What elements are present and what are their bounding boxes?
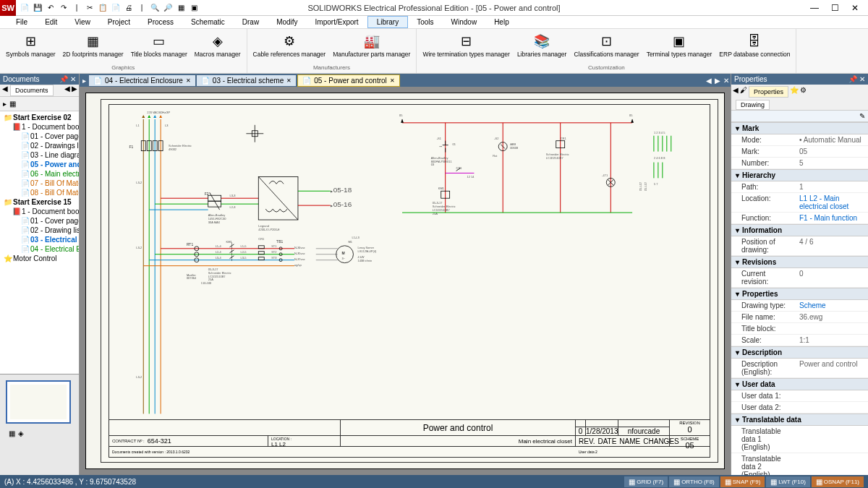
property-value[interactable]: 0 <box>796 268 868 287</box>
qat-cut-icon[interactable]: ✂ <box>84 2 95 14</box>
ribbon-manufacturer-parts-manager[interactable]: 🏭Manufacturer parts manager <box>330 30 413 64</box>
tab-close-all-icon[interactable]: ✕ <box>723 77 729 85</box>
qat-extra2-icon[interactable]: ▣ <box>188 2 200 14</box>
minimize-icon[interactable]: — <box>807 2 822 14</box>
prop-edit-icon[interactable]: ✎ <box>859 112 865 120</box>
menu-file[interactable]: File <box>7 17 36 27</box>
prop-star-icon[interactable]: ⭐ <box>790 86 799 98</box>
panel-pin-icon[interactable]: 📌 ✕ <box>59 75 76 83</box>
property-value[interactable]: Power and control <box>796 359 868 377</box>
qat-print-icon[interactable]: 🖨 <box>123 2 135 14</box>
tree-node[interactable]: 📄05 - Power and control <box>1 160 77 169</box>
tree-node[interactable]: 📄04 - Electrical Enclosure <box>1 244 77 254</box>
property-group-header[interactable]: ▾Description <box>731 346 868 359</box>
property-value[interactable]: 36.ewg <box>796 312 868 322</box>
menu-importexport[interactable]: Import/Export <box>307 17 367 27</box>
doc-tab-arrow-icon[interactable]: ▸ <box>81 77 88 85</box>
property-group-header[interactable]: ▾Hierarchy <box>731 169 868 181</box>
ribbon-terminal-types-manager[interactable]: ▣Terminal types manager <box>644 30 715 64</box>
qat-new-icon[interactable]: 📄 <box>19 2 30 14</box>
menu-edit[interactable]: Edit <box>36 17 66 27</box>
property-group-header[interactable]: ▾Properties <box>731 288 868 300</box>
menu-window[interactable]: Window <box>443 17 486 27</box>
ribbon-wire-termination-types-manager[interactable]: ⊟Wire termination types manager <box>420 30 512 64</box>
property-group-header[interactable]: ▾Information <box>731 224 868 236</box>
maximize-icon[interactable]: ☐ <box>827 2 842 14</box>
prop-gear-icon[interactable]: ⚙ <box>800 86 807 98</box>
status-toggle-snap[interactable]: ▦ SNAP (F9) <box>720 476 765 487</box>
documents-tab[interactable]: Documents <box>10 85 54 96</box>
doc-tab-close-icon[interactable]: ✕ <box>186 77 191 84</box>
menu-library[interactable]: Library <box>367 16 409 28</box>
menu-project[interactable]: Project <box>99 17 139 27</box>
menu-draw[interactable]: Draw <box>234 17 268 27</box>
prop-brush-icon[interactable]: 🖌 <box>740 86 747 98</box>
tree-node[interactable]: 📄07 - Bill Of Materials <box>1 179 77 188</box>
property-value[interactable] <box>796 453 868 475</box>
qat-extra1-icon[interactable]: ▦ <box>175 2 187 14</box>
tree-node[interactable]: 📄08 - Bill Of Materials <box>1 188 77 197</box>
doc-tab-close-icon[interactable]: ✕ <box>390 77 395 84</box>
qat-undo-icon[interactable]: ↶ <box>45 2 56 14</box>
tree-view-icon[interactable]: ▦ <box>9 100 16 108</box>
tree-node[interactable]: 📄03 - Line diagram <box>1 150 77 160</box>
drawing-canvas[interactable]: SOLIDWORKS Electrical 220 VAC/60Hz/3P <box>85 93 725 469</box>
tree-node[interactable]: 📄06 - Main electrical <box>1 169 77 179</box>
menu-tools[interactable]: Tools <box>408 17 442 27</box>
qat-find-icon[interactable]: 🔍 <box>149 2 161 14</box>
status-toggle-ortho[interactable]: ▦ ORTHO (F8) <box>669 476 719 487</box>
property-value[interactable]: 05 <box>796 146 868 157</box>
qat-paste-icon[interactable]: 📄 <box>110 2 122 14</box>
tab-nav-left-icon[interactable]: ◀ <box>64 85 70 96</box>
property-value[interactable]: F1 - Main function <box>796 213 868 223</box>
menu-schematic[interactable]: Schematic <box>182 17 234 27</box>
tree-node[interactable]: 📁Start Exercise 02 <box>1 113 77 122</box>
tab-nav-icon[interactable]: ◀ <box>706 77 712 85</box>
qat-zoom-icon[interactable]: 🔎 <box>162 2 174 14</box>
ribbon-title-blocks-manager[interactable]: ▭Title blocks manager <box>128 30 190 64</box>
menu-view[interactable]: View <box>66 17 99 27</box>
menu-modify[interactable]: Modify <box>268 17 306 27</box>
ribbon-cable-references-manager[interactable]: ⚙Cable references manager <box>250 30 329 64</box>
property-group-header[interactable]: ▾Translatable data <box>731 414 868 426</box>
document-tab[interactable]: 📄04 - Electrical Enclosure✕ <box>89 75 195 86</box>
property-value[interactable]: 4 / 6 <box>796 236 868 255</box>
qat-redo-icon[interactable]: ↷ <box>58 2 69 14</box>
property-group-header[interactable]: ▾Revisions <box>731 256 868 268</box>
qat-copy-icon[interactable]: 📋 <box>97 2 109 14</box>
tree-node[interactable]: 📕1 - Document book <box>1 207 77 216</box>
menu-process[interactable]: Process <box>139 17 182 27</box>
property-value[interactable] <box>796 402 868 413</box>
property-value[interactable]: • Automatic Manual <box>796 134 868 145</box>
tree-node[interactable]: 📄02 - Drawing list <box>1 226 77 235</box>
canvas-viewport[interactable]: SOLIDWORKS Electrical 220 VAC/60Hz/3P <box>80 87 731 475</box>
tree-node[interactable]: 📄01 - Cover page <box>1 216 77 226</box>
close-icon[interactable]: ✕ <box>848 2 862 14</box>
tree-node[interactable]: 📄03 - Electrical schematic <box>1 235 77 244</box>
tree-expand-icon[interactable]: ▸ <box>3 100 7 108</box>
property-value[interactable]: 1:1 <box>796 335 868 346</box>
ribbon-libraries-manager[interactable]: 📚Libraries manager <box>514 30 570 64</box>
property-value[interactable] <box>796 426 868 453</box>
property-value[interactable] <box>796 390 868 401</box>
ribbon-2d-footprints-manager[interactable]: ▦2D footprints manager <box>60 30 127 64</box>
tree-node[interactable]: 📕1 - Document book <box>1 122 77 132</box>
tree-node[interactable]: ⭐Motor Control <box>1 254 77 263</box>
thumb-tool1-icon[interactable]: ▦ <box>9 429 15 437</box>
drawing-subtab[interactable]: Drawing <box>736 100 770 110</box>
ribbon-classifications-manager[interactable]: ⊡Classifications manager <box>571 30 642 64</box>
property-value[interactable]: L1 L2 - Main electrical closet <box>796 193 868 212</box>
properties-tab[interactable]: Properties <box>749 86 788 98</box>
ribbon-symbols-manager[interactable]: ⊞Symbols manager <box>3 30 59 64</box>
tab-nav-right-icon[interactable]: ▶ <box>72 85 77 96</box>
prop-tab-prev-icon[interactable]: ◀ <box>733 86 739 98</box>
status-toggle-lwt[interactable]: ▦ LWT (F10) <box>766 476 809 487</box>
tab-nav-icon[interactable]: ▶ <box>715 77 720 85</box>
document-tab[interactable]: 📄05 - Power and control✕ <box>297 74 400 87</box>
property-group-header[interactable]: ▾Mark <box>731 122 868 134</box>
tree-node[interactable]: 📄01 - Cover page <box>1 132 77 141</box>
thumb-tool2-icon[interactable]: ◈ <box>18 429 24 437</box>
ribbon-macros-manager[interactable]: ◈Macros manager <box>192 30 244 64</box>
drawing-thumbnail[interactable] <box>6 380 71 424</box>
tab-prev-icon[interactable]: ◀ <box>0 85 10 96</box>
